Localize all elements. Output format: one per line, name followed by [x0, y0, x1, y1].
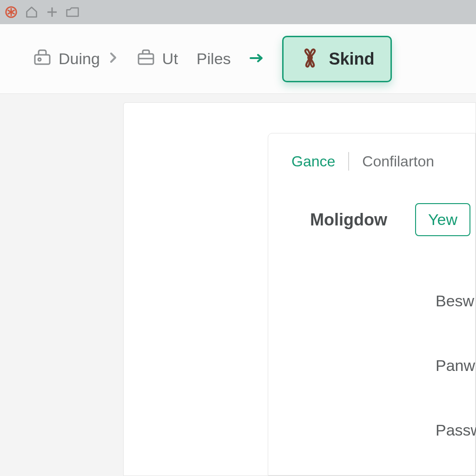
tab-label: Skind — [329, 49, 375, 69]
field-label: Panw — [436, 357, 475, 374]
svg-point-11 — [308, 56, 312, 60]
form-fields: Moligdow Yew Besw Panw Passw — [268, 185, 475, 439]
breadcrumb-label: Piles — [197, 50, 231, 68]
tab-gance[interactable]: Gance — [291, 153, 335, 170]
breadcrumb-piles[interactable]: Piles — [197, 50, 231, 68]
detail-tabs: Gance Confilarton — [268, 147, 475, 185]
field-moligdow: Moligdow Yew — [310, 203, 475, 236]
breadcrumb-label: Duing — [59, 50, 100, 68]
field-row: Besw — [310, 292, 475, 310]
breadcrumb-bar: Duing Ut Piles — [0, 24, 476, 94]
svg-rect-6 — [35, 55, 50, 64]
new-tab-button[interactable] — [46, 6, 59, 19]
arrow-right-icon — [250, 53, 264, 65]
select-value: Yew — [428, 211, 457, 228]
field-label: Besw — [436, 292, 474, 310]
chevron-right-icon — [109, 51, 118, 67]
tab-divider — [348, 152, 349, 171]
breadcrumb-duing[interactable]: Duing — [33, 47, 118, 71]
toolbox-icon — [33, 47, 52, 71]
moligdow-select[interactable]: Yew — [415, 203, 470, 236]
field-label: Moligdow — [310, 210, 387, 230]
breadcrumb-ut[interactable]: Ut — [136, 47, 178, 71]
briefcase-icon — [136, 47, 156, 71]
field-label: Passw — [436, 421, 476, 439]
tab-skind[interactable]: Skind — [282, 36, 392, 82]
main-panel: Gance Confilarton Moligdow Yew Besw — [123, 102, 476, 476]
titlebar — [0, 0, 476, 24]
field-row: Panw — [310, 357, 475, 375]
content-area: Gance Confilarton Moligdow Yew Besw — [0, 94, 476, 476]
app-window: Duing Ut Piles — [0, 0, 476, 476]
close-asterisk-button[interactable] — [5, 6, 18, 19]
gift-icon — [299, 47, 321, 71]
breadcrumb-label: Ut — [162, 50, 178, 68]
svg-point-7 — [38, 58, 41, 61]
detail-panel: Gance Confilarton Moligdow Yew Besw — [268, 133, 476, 476]
home-button[interactable] — [25, 6, 38, 19]
tab-confilarton[interactable]: Confilarton — [362, 153, 434, 170]
tab-icon[interactable] — [66, 6, 79, 19]
field-row: Passw — [310, 421, 475, 439]
